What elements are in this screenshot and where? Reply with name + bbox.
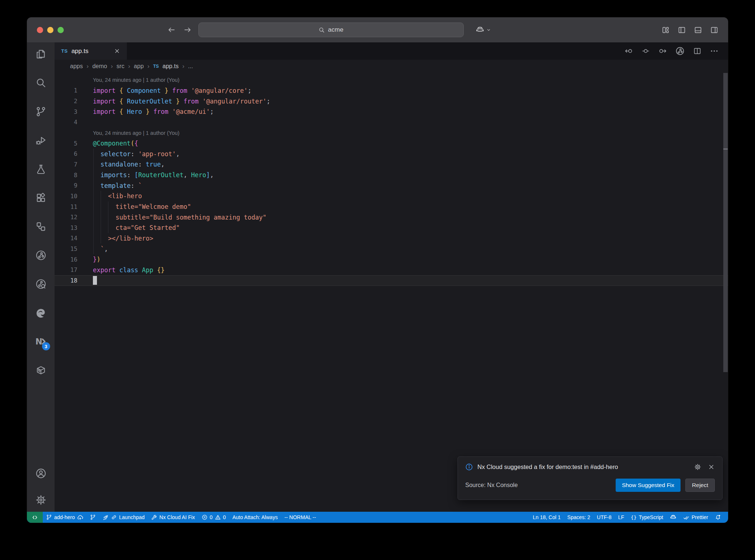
toggle-panel-button[interactable]	[694, 26, 702, 34]
breadcrumb-item[interactable]: demo	[92, 63, 107, 70]
code-line-10[interactable]: 10 <lib-hero	[55, 191, 728, 202]
container-icon[interactable]	[35, 364, 47, 376]
breadcrumb-more[interactable]: ...	[188, 63, 193, 70]
testing-icon[interactable]	[35, 163, 47, 175]
previous-change-icon[interactable]	[624, 47, 633, 55]
code-line-6[interactable]: 6 selector: 'app-root',	[55, 148, 728, 159]
line-number[interactable]: 16	[55, 256, 77, 263]
code-line-3[interactable]: 3import { Hero } from '@acme/ui';	[55, 106, 728, 117]
auto-attach-item[interactable]: Auto Attach: Always	[229, 512, 281, 523]
cursor-position-item[interactable]: Ln 18, Col 1	[529, 512, 564, 523]
blame-text[interactable]: You, 24 minutes ago | 1 author (You)	[93, 77, 180, 83]
extensions-icon[interactable]	[35, 192, 47, 204]
launchpad-item[interactable]: Launchpad	[99, 512, 148, 523]
more-actions-icon[interactable]	[710, 47, 719, 55]
indentation-item[interactable]: Spaces: 2	[564, 512, 594, 523]
nx-run-icon[interactable]	[675, 46, 685, 56]
project-graph-icon[interactable]	[35, 249, 47, 261]
blame-annotation[interactable]: You, 24 minutes ago | 1 author (You)	[55, 75, 728, 85]
line-number[interactable]: 11	[55, 203, 77, 210]
line-number[interactable]: 3	[55, 108, 77, 115]
blame-text[interactable]: You, 24 minutes ago | 1 author (You)	[93, 130, 180, 136]
git-graph-item[interactable]	[87, 512, 99, 523]
show-suggested-fix-button[interactable]: Show Suggested Fix	[616, 479, 681, 492]
eol-item[interactable]: LF	[615, 512, 627, 523]
zoom-window-button[interactable]	[58, 27, 64, 33]
accounts-icon[interactable]	[35, 468, 47, 479]
toggle-secondary-sidebar-button[interactable]	[710, 26, 719, 34]
current-change-icon[interactable]	[641, 47, 650, 55]
line-number[interactable]: 10	[55, 193, 77, 200]
run-debug-icon[interactable]	[35, 134, 47, 146]
code-line-14[interactable]: 14 ></lib-hero>	[55, 233, 728, 244]
customize-layout-button[interactable]	[661, 26, 670, 34]
code-line-17[interactable]: 17export class App {}	[55, 265, 728, 276]
code-line-12[interactable]: 12 subtitle="Build something amazing tod…	[55, 212, 728, 223]
scrollbar-thumb[interactable]	[723, 73, 728, 372]
blame-annotation[interactable]: You, 24 minutes ago | 1 author (You)	[55, 127, 728, 138]
git-branch-item[interactable]: add-hero	[43, 512, 87, 523]
code-line-5[interactable]: 5@Component({	[55, 138, 728, 149]
code-line-7[interactable]: 7 standalone: true,	[55, 159, 728, 170]
minimize-window-button[interactable]	[47, 27, 53, 33]
nx-cloud-fix-item[interactable]: Nx Cloud AI Fix	[148, 512, 198, 523]
formatter-item[interactable]: Prettier	[680, 512, 711, 523]
line-number[interactable]: 13	[55, 224, 77, 231]
code-line-13[interactable]: 13 cta="Get Started"	[55, 223, 728, 233]
code-line-4[interactable]: 4	[55, 117, 728, 128]
problems-item[interactable]: 0 0	[198, 512, 229, 523]
toggle-primary-sidebar-button[interactable]	[678, 26, 686, 34]
notification-settings-icon[interactable]	[694, 463, 701, 470]
code-line-2[interactable]: 2import { RouterOutlet } from '@angular/…	[55, 96, 728, 106]
next-change-icon[interactable]	[658, 47, 667, 55]
line-number[interactable]: 1	[55, 87, 77, 94]
code-line-16[interactable]: 16})	[55, 254, 728, 265]
edge-browser-icon[interactable]	[35, 307, 47, 319]
vim-mode-item[interactable]: -- NORMAL --	[281, 512, 319, 523]
references-icon[interactable]	[35, 221, 47, 232]
line-number[interactable]: 2	[55, 98, 77, 105]
code-editor[interactable]: You, 24 minutes ago | 1 author (You)1imp…	[55, 73, 728, 512]
line-number[interactable]: 8	[55, 172, 77, 179]
notifications-bell-item[interactable]	[711, 512, 724, 523]
code-line-1[interactable]: 1import { Component } from '@angular/cor…	[55, 85, 728, 96]
remote-indicator[interactable]	[27, 512, 43, 523]
breadcrumb-item[interactable]: src	[116, 63, 124, 70]
code-line-9[interactable]: 9 template: `	[55, 180, 728, 191]
code-line-8[interactable]: 8 imports: [RouterOutlet, Hero],	[55, 170, 728, 181]
reject-button[interactable]: Reject	[685, 479, 715, 492]
explorer-icon[interactable]	[35, 48, 47, 60]
history-back-icon[interactable]	[167, 26, 175, 34]
close-window-button[interactable]	[37, 27, 43, 33]
source-control-icon[interactable]	[35, 106, 47, 118]
breadcrumb-item[interactable]: app	[134, 63, 144, 70]
tab-app-ts[interactable]: TS app.ts	[55, 42, 127, 60]
nx-console-icon[interactable]: 3	[35, 336, 47, 347]
close-tab-icon[interactable]	[114, 48, 120, 54]
history-forward-icon[interactable]	[184, 26, 192, 34]
line-number[interactable]: 9	[55, 182, 77, 189]
line-number[interactable]: 6	[55, 150, 77, 157]
line-number[interactable]: 12	[55, 214, 77, 221]
line-number[interactable]: 4	[55, 119, 77, 126]
line-number[interactable]: 14	[55, 235, 77, 242]
line-number[interactable]: 15	[55, 245, 77, 252]
line-number[interactable]: 7	[55, 161, 77, 168]
breadcrumb-file[interactable]: app.ts	[163, 63, 179, 70]
breadcrumb-item[interactable]: apps	[70, 63, 83, 70]
line-number[interactable]: 17	[55, 266, 77, 273]
line-number[interactable]: 18	[55, 277, 77, 284]
manage-gear-icon[interactable]	[35, 494, 47, 506]
language-item[interactable]: {} TypeScript	[627, 512, 667, 523]
copilot-menu-button[interactable]	[476, 25, 491, 34]
search-view-icon[interactable]	[35, 77, 47, 89]
encoding-item[interactable]: UTF-8	[594, 512, 615, 523]
code-line-18[interactable]: 18	[55, 275, 728, 286]
line-number[interactable]: 5	[55, 140, 77, 147]
graph-explorer-icon[interactable]	[35, 278, 47, 290]
command-center-search[interactable]: acme	[198, 22, 464, 37]
notification-close-icon[interactable]	[708, 463, 715, 470]
code-line-11[interactable]: 11 title="Welcmoe demo"	[55, 202, 728, 212]
copilot-status-item[interactable]	[667, 512, 680, 523]
code-line-15[interactable]: 15 `,	[55, 244, 728, 254]
